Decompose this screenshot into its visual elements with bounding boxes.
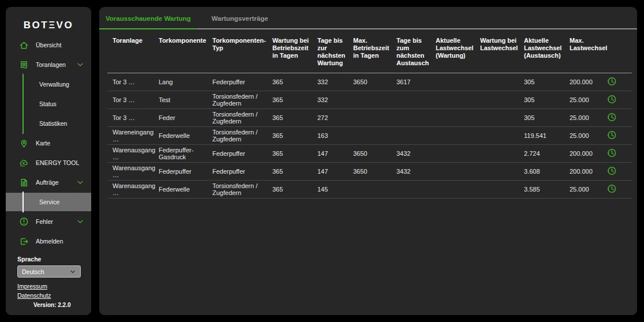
table-cell: Federpuffer bbox=[212, 163, 272, 181]
table-cell: 305 bbox=[524, 73, 570, 91]
table-cell-actions bbox=[606, 91, 632, 109]
table-cell: 3.608 bbox=[524, 163, 570, 181]
table-cell: 25.000 bbox=[570, 127, 606, 145]
map-pin-icon bbox=[19, 138, 29, 148]
table-cell: 200.000 bbox=[570, 73, 606, 91]
language-select[interactable]: Deutsch bbox=[17, 265, 81, 278]
table-cell bbox=[396, 91, 436, 109]
table-cell: Torsionsfedern / Zugfedern bbox=[212, 109, 272, 127]
table-cell: 365 bbox=[272, 127, 317, 145]
sidebar-item-label: ENERGY TOOL bbox=[36, 159, 79, 166]
table-cell bbox=[353, 127, 396, 145]
column-header-max-betriebszeit-in-tagen: Max. Betriebszeit in Tagen bbox=[353, 29, 396, 73]
table-cell bbox=[396, 109, 436, 127]
table-cell: Lang bbox=[159, 73, 212, 91]
history-clock-icon[interactable] bbox=[606, 76, 617, 87]
table-cell: 365 bbox=[272, 163, 317, 181]
sidebar-item-energy-tool[interactable]: CO₂ENERGY TOOL bbox=[6, 153, 91, 172]
column-header-torkomponente: Torkomponente bbox=[159, 29, 212, 73]
table-cell: 305 bbox=[524, 109, 570, 127]
table-cell bbox=[436, 181, 480, 199]
sidebar-item-auftr-ge[interactable]: Aufträge bbox=[6, 173, 91, 192]
table-cell: Torsionsfedern / Zugfedern bbox=[212, 127, 272, 145]
table-cell: Federwelle bbox=[159, 127, 212, 145]
table-cell bbox=[353, 109, 396, 127]
table-cell-actions bbox=[606, 145, 632, 163]
sidebar-item-fehler[interactable]: Fehler bbox=[6, 212, 91, 231]
table-cell: Warenausgang … bbox=[107, 181, 159, 199]
sidebar-subitem-verwaltung[interactable]: Verwaltung bbox=[6, 75, 91, 93]
table-row: Tor 3 …LangFederpuffer365332365036173052… bbox=[107, 73, 632, 91]
chevron-down-icon bbox=[76, 218, 84, 226]
table-cell bbox=[480, 73, 524, 91]
sidebar-subitem-label: Service bbox=[39, 199, 59, 205]
history-clock-icon[interactable] bbox=[606, 112, 617, 122]
datenschutz-link[interactable]: Datenschutz bbox=[17, 292, 91, 299]
history-clock-icon[interactable] bbox=[606, 130, 617, 140]
table-cell: 365 bbox=[272, 91, 317, 109]
botevo-logo: BOTΞVO bbox=[6, 20, 91, 31]
table-cell: 332 bbox=[317, 73, 353, 91]
language-block: Sprache Deutsch bbox=[6, 256, 91, 278]
history-clock-icon[interactable] bbox=[606, 184, 617, 194]
impressum-link[interactable]: Impressum bbox=[17, 283, 91, 290]
app-window: BOTΞVO ÜbersichtToranlagenVerwaltungStat… bbox=[0, 0, 644, 322]
table-cell: 2.724 bbox=[524, 145, 570, 163]
table-cell: Test bbox=[159, 91, 212, 109]
table-cell: 145 bbox=[317, 181, 353, 199]
sidebar-subitem-label: Statistiken bbox=[39, 120, 67, 127]
table-cell: Warenausgang … bbox=[107, 145, 159, 163]
language-label: Sprache bbox=[17, 256, 91, 263]
table-cell: Federpuffer bbox=[159, 163, 212, 181]
table-cell: Federwelle bbox=[159, 181, 212, 199]
table-body: Tor 3 …LangFederpuffer365332365036173052… bbox=[107, 73, 632, 199]
legal-links: Impressum Datenschutz bbox=[6, 283, 91, 299]
table-cell bbox=[436, 73, 480, 91]
table-cell: Tor 3 … bbox=[107, 109, 159, 127]
column-header-toranlage: Toranlage bbox=[107, 29, 159, 73]
history-clock-icon[interactable] bbox=[606, 94, 617, 104]
tab-vorausschauende-wartung[interactable]: Vorausschauende Wartung bbox=[99, 7, 197, 29]
table-cell: Torsionsfedern / Zugfedern bbox=[212, 181, 272, 199]
sidebar-item-karte[interactable]: Karte bbox=[6, 134, 91, 152]
sidebar-item-bersicht[interactable]: Übersicht bbox=[6, 36, 91, 54]
table-cell: 147 bbox=[317, 163, 353, 181]
table-cell: Federpuffer bbox=[212, 73, 272, 91]
sidebar-item-label: Aufträge bbox=[36, 179, 59, 186]
language-select-value: Deutsch bbox=[22, 268, 44, 275]
sidebar-item-toranlagen[interactable]: Toranlagen bbox=[6, 55, 91, 74]
table-cell bbox=[353, 181, 396, 199]
table-cell bbox=[436, 145, 480, 163]
home-icon bbox=[19, 40, 29, 50]
table-cell: Federpuffer bbox=[212, 145, 272, 163]
table-cell: 3.585 bbox=[524, 181, 570, 199]
sidebar-subitem-label: Status bbox=[39, 100, 57, 107]
table-cell: 3617 bbox=[396, 73, 436, 91]
table-cell: 3432 bbox=[396, 145, 436, 163]
table-cell: 147 bbox=[317, 145, 353, 163]
table-cell: Wareneingang … bbox=[107, 127, 159, 145]
sidebar-subitem-service[interactable]: Service bbox=[6, 193, 91, 211]
column-header-wartung-bei-betriebszeit-in-tagen: Wartung bei Betriebszeit in Tagen bbox=[272, 29, 317, 73]
table-cell: 365 bbox=[272, 73, 317, 91]
table-cell-actions bbox=[606, 127, 632, 145]
history-clock-icon[interactable] bbox=[606, 166, 617, 176]
table-cell bbox=[436, 163, 480, 181]
table-cell-actions bbox=[606, 163, 632, 181]
table-cell: 365 bbox=[272, 145, 317, 163]
history-clock-icon[interactable] bbox=[606, 148, 617, 158]
table-cell: Warenausgang … bbox=[107, 163, 159, 181]
tab-wartungsvertraege[interactable]: Wartungsverträge bbox=[205, 7, 275, 28]
sidebar-subitem-status[interactable]: Status bbox=[6, 95, 91, 113]
table-cell: 25.000 bbox=[570, 109, 606, 127]
sidebar-item-abmelden[interactable]: Abmelden bbox=[6, 232, 91, 250]
sidebar-subitem-statistiken[interactable]: Statistiken bbox=[6, 114, 91, 133]
table-header: ToranlageTorkomponenteTorkomponenten-Typ… bbox=[107, 29, 632, 73]
table-row: Tor 3 …TestTorsionsfedern / Zugfedern365… bbox=[107, 91, 632, 109]
chevron-down-icon bbox=[76, 61, 84, 69]
table-cell bbox=[480, 91, 524, 109]
table-cell: 365 bbox=[272, 109, 317, 127]
table-cell: 3650 bbox=[353, 145, 396, 163]
table-row: Warenausgang …FederwelleTorsionsfedern /… bbox=[107, 181, 632, 199]
table-cell: 200.000 bbox=[570, 163, 606, 181]
